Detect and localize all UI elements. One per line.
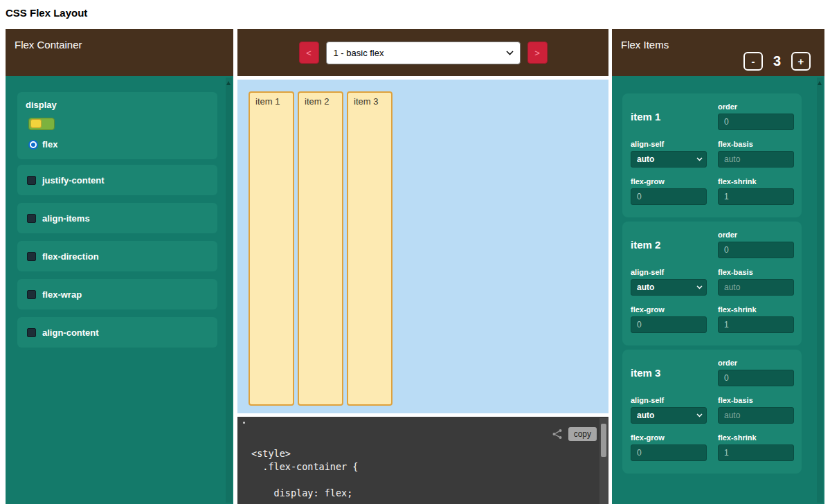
order-input[interactable] <box>718 242 794 258</box>
code-scrollbar-thumb[interactable] <box>601 424 606 457</box>
checkbox-icon[interactable] <box>27 214 36 223</box>
flex-items-title: Flex Items <box>621 39 669 51</box>
align-self-label: align-self <box>631 140 707 148</box>
radio-dot-icon <box>31 143 35 147</box>
align-self-field: align-self auto <box>631 396 707 424</box>
add-item-button[interactable]: + <box>791 52 811 71</box>
flex-preview-item-3: item 3 <box>347 91 393 406</box>
flex-shrink-input[interactable] <box>718 316 794 333</box>
flex-shrink-input[interactable] <box>718 444 794 461</box>
flex-grow-label: flex-grow <box>631 433 707 442</box>
flex-basis-input[interactable] <box>718 407 794 424</box>
order-label: order <box>718 359 794 367</box>
display-section: display flex <box>17 92 217 159</box>
code-line: display: flex; <box>251 487 581 500</box>
display-flex-option: flex <box>28 139 209 150</box>
property-card-flex-direction[interactable]: flex-direction <box>17 241 217 271</box>
align-self-select[interactable]: auto <box>631 151 707 168</box>
flex-basis-input[interactable] <box>718 151 794 168</box>
property-card-flex-wrap[interactable]: flex-wrap <box>17 279 217 309</box>
flex-container-panel: Flex Container display flex <box>6 29 233 504</box>
item-card-title: item 2 <box>631 231 707 258</box>
example-nav-header: < 1 - basic flex > <box>237 29 608 76</box>
example-select-wrap: 1 - basic flex <box>326 42 521 64</box>
display-toggle[interactable] <box>28 118 55 130</box>
share-icon[interactable] <box>552 429 563 440</box>
flex-shrink-input[interactable] <box>718 188 794 205</box>
scroll-up-icon[interactable] <box>226 81 231 85</box>
prev-example-button[interactable]: < <box>299 42 319 64</box>
checkbox-icon[interactable] <box>27 252 36 261</box>
item-count-controls: - 3 + <box>743 52 811 71</box>
scroll-up-icon[interactable] <box>818 81 822 85</box>
flex-shrink-label: flex-shrink <box>718 305 794 314</box>
flex-grow-field: flex-grow <box>631 433 707 461</box>
property-label: flex-wrap <box>42 289 82 300</box>
display-label: display <box>26 100 209 110</box>
flex-shrink-field: flex-shrink <box>718 433 794 461</box>
code-line <box>251 474 581 487</box>
flex-grow-field: flex-grow <box>631 177 707 205</box>
align-self-field: align-self auto <box>631 268 707 296</box>
checkbox-icon[interactable] <box>27 176 36 185</box>
copy-button[interactable]: copy <box>568 427 597 441</box>
flex-shrink-label: flex-shrink <box>718 433 794 442</box>
code-line: .flex-container { <box>251 460 581 474</box>
flex-container-header: Flex Container <box>6 29 233 76</box>
property-card-align-content[interactable]: align-content <box>17 317 217 348</box>
dot-icon <box>243 422 245 424</box>
code-scrollbar[interactable] <box>599 418 608 504</box>
panels-row: Flex Container display flex <box>6 29 824 504</box>
order-label: order <box>718 231 794 239</box>
flex-basis-field: flex-basis <box>718 140 794 168</box>
checkbox-icon[interactable] <box>27 290 36 299</box>
property-label: align-content <box>42 327 99 338</box>
flex-basis-label: flex-basis <box>718 396 794 404</box>
left-panel-scrollbar[interactable] <box>226 78 232 503</box>
flex-shrink-field: flex-shrink <box>718 305 794 333</box>
flex-basis-field: flex-basis <box>718 268 794 296</box>
property-label: flex-direction <box>42 251 99 262</box>
flex-preview-item-2: item 2 <box>298 91 343 406</box>
flex-preview-item-1: item 1 <box>249 91 294 406</box>
code-line: <style> <box>251 447 581 460</box>
right-panel-scrollbar[interactable] <box>817 78 823 503</box>
item-card-3: item 3 order align-self auto <box>622 350 802 474</box>
flex-grow-input[interactable] <box>631 188 707 205</box>
flex-basis-field: flex-basis <box>718 396 794 424</box>
flex-items-panel: Flex Items - 3 + item 1 order align-self <box>612 29 824 504</box>
property-card-align-items[interactable]: align-items <box>17 203 217 233</box>
flex-radio[interactable] <box>28 140 38 150</box>
align-self-label: align-self <box>631 268 707 276</box>
flex-grow-input[interactable] <box>631 444 707 461</box>
example-select[interactable]: 1 - basic flex <box>326 42 521 64</box>
order-input[interactable] <box>718 114 794 130</box>
align-self-label: align-self <box>631 396 707 404</box>
flex-basis-label: flex-basis <box>718 268 794 276</box>
flex-items-body: item 1 order align-self auto <box>612 76 824 504</box>
align-self-field: align-self auto <box>631 140 707 168</box>
checkbox-icon[interactable] <box>27 328 36 337</box>
flex-container-body: display flex justify-content <box>6 76 233 504</box>
item-card-title: item 3 <box>631 359 707 386</box>
order-input[interactable] <box>718 370 794 386</box>
flex-grow-label: flex-grow <box>631 305 707 314</box>
property-card-justify-content[interactable]: justify-content <box>17 165 217 195</box>
item-card-2: item 2 order align-self auto <box>622 222 802 345</box>
item-count: 3 <box>773 53 781 69</box>
order-label: order <box>718 102 794 111</box>
flex-basis-input[interactable] <box>718 279 794 296</box>
code-toolbar: copy <box>552 427 597 441</box>
flex-items-header: Flex Items - 3 + <box>612 29 824 76</box>
align-self-select[interactable]: auto <box>631 279 707 296</box>
flex-container-title: Flex Container <box>15 39 82 51</box>
flex-grow-input[interactable] <box>631 316 707 333</box>
align-self-select[interactable]: auto <box>631 407 707 424</box>
remove-item-button[interactable]: - <box>743 52 763 71</box>
code-block: copy <style> .flex-container { display: … <box>237 417 608 504</box>
preview-panel: < 1 - basic flex > item 1 item 2 item 3 <box>237 29 608 504</box>
next-example-button[interactable]: > <box>527 42 548 64</box>
order-field: order <box>718 359 794 386</box>
flex-preview-area: item 1 item 2 item 3 <box>237 80 608 413</box>
property-label: align-items <box>42 213 90 224</box>
